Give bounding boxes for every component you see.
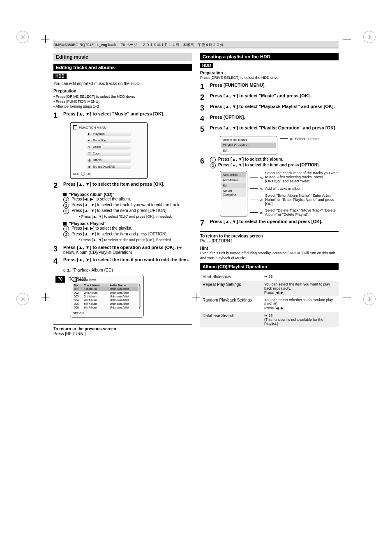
banner-file: DMRXS350EG-RQT9439-L_eng.book <box>53 43 116 47</box>
right-step-6: 6 1Press [▲, ▼] to select the album. 2Pr… <box>200 157 339 168</box>
scrollbar: ▲▼ <box>138 283 141 309</box>
menu-item-others: ➕Others <box>86 157 131 163</box>
banner-page: 70 ページ <box>121 43 138 47</box>
page-footer: 70 RQT9439 <box>55 276 86 283</box>
option-row-slideshow: Start Slideshow➔ 69 <box>200 273 339 281</box>
option-menu-screenshot-2: Add Track Add Album Edit Album Operation… <box>210 171 339 216</box>
option-row-repeat: Repeat Play SettingsYou can select the i… <box>200 281 339 296</box>
print-reg-bc <box>192 293 200 301</box>
print-rosette-br: ✳ <box>363 293 376 305</box>
playback-album-block: "Playback Album (CD)" 1Press [◀, ▶] to s… <box>63 192 192 219</box>
playback-playlist-block: "Playback Playlist" 1Press [◀, ▶] to sel… <box>63 221 192 242</box>
menu-item-copy: ❐Copy <box>86 151 131 156</box>
return-section-left: To return to the previous screen Press [… <box>53 324 192 336</box>
manual-code: RQT9439 <box>68 277 86 281</box>
file-banner: DMRXS350EG-RQT9439-L_eng.book 70 ページ ２０１… <box>53 41 339 49</box>
chapter-title: Editing music <box>53 53 192 61</box>
print-rosette-bl: ✳ <box>16 293 29 305</box>
page-number: 70 <box>55 276 65 283</box>
copy-icon: ❐ <box>88 152 91 155</box>
table-row: 0055th AlbumUnknown Artist <box>73 302 138 306</box>
section-title-left: Editing tracks and albums <box>53 64 192 71</box>
square-bullet-icon <box>63 222 67 226</box>
left-column: Editing music Editing tracks and albums … <box>53 53 192 336</box>
hint-block: Hint Even if this unit is turned off dur… <box>200 246 339 260</box>
print-reg-br <box>343 293 351 301</box>
table-row: 0033rd AlbumUnknown Artist <box>73 295 138 298</box>
left-step-4: 4 Press [▲, ▼] to select the item if you… <box>53 257 192 265</box>
right-step-3: 3Press [▲, ▼] to select "Playback Playli… <box>200 104 339 112</box>
hdd-badge-right: HDD <box>200 63 213 68</box>
prep-item-2: After performing steps 1–2 <box>55 104 99 108</box>
circled-1-icon: 1 <box>63 197 69 203</box>
right-column: Creating a playlist on the HDD HDD Prepa… <box>200 53 339 336</box>
print-reg-tl <box>41 35 49 43</box>
circled-3-icon: 3 <box>63 208 69 214</box>
option-label: OPTION <box>73 312 84 315</box>
left-step-3: 3 Press [▲, ▼] to select the operation a… <box>53 245 192 255</box>
eg-label: e.g., "Playback Album (CD)" <box>63 268 192 272</box>
print-rosette-tr: ✳ <box>363 31 376 43</box>
option-row-random: Random Playback SettingsYou can select w… <box>200 296 339 312</box>
print-rosette-tl: ✳ <box>16 31 29 43</box>
circled-1-icon: 1 <box>210 157 216 163</box>
intro-left: You can edit imported music tracks on th… <box>53 81 192 86</box>
section-title-right: Creating a playlist on the HDD <box>200 53 339 60</box>
right-step-4: 4Press [OPTION]. <box>200 115 339 123</box>
table-row: 0011st AlbumUnknown Artist <box>73 287 138 291</box>
square-bullet-icon <box>63 193 67 196</box>
footer-ok: OK <box>87 173 91 175</box>
menu-item-recording: ●Recording <box>86 138 131 143</box>
right-step-5: 5Press [▲, ▼] to select "Playlist Operat… <box>200 125 339 134</box>
right-step-1: 1Press [FUNCTION MENU]. <box>200 83 339 91</box>
screen1-title: FUNCTION MENU <box>79 126 106 129</box>
menu-item-delete: ✎Delete <box>86 144 131 150</box>
circled-2-icon: 2 <box>63 203 69 208</box>
prep-item-0: Press [DRIVE SELECT] to select the HDD d… <box>56 94 135 99</box>
banner-date: ２０１０年１月１４日 木曜日 午後４時２０分 <box>142 43 224 47</box>
preparation-left: Preparation • Press [DRIVE SELECT] to se… <box>53 88 192 109</box>
right-step-7: 7Press [▲, ▼] to select the operation an… <box>200 219 339 227</box>
menu-item-playback: ▶Playback <box>86 131 131 136</box>
table-row: 0044th AlbumUnknown Artist <box>73 298 138 302</box>
right-step-2: 2Press [▲, ▼] to select "Music" and pres… <box>200 93 339 101</box>
preparation-heading: Preparation <box>53 89 76 93</box>
play-icon: ▶ <box>88 132 91 136</box>
menu-title-icon <box>73 125 77 129</box>
rec-icon: ● <box>88 139 91 142</box>
prep-item-1: Press [FUNCTION MENU]. <box>56 99 101 104</box>
circled-1-icon: 1 <box>63 226 69 232</box>
album-playlist-operation-table: Album (CD)/Playlist Operation Start Slid… <box>200 263 339 327</box>
disc-icon: ◉ <box>88 165 91 168</box>
left-step-1: 1 Press [▲, ▼] to select "Music" and pre… <box>53 111 192 120</box>
step-number: 1 <box>53 111 60 120</box>
delete-icon: ✎ <box>88 145 91 149</box>
table-row: 0022nd AlbumUnknown Artist <box>73 291 138 295</box>
option-row-db-search: Database Search➔ 68(This function is not… <box>200 312 339 327</box>
print-reg-tr <box>343 35 351 43</box>
print-reg-bl <box>41 293 49 301</box>
rec-circle-icon <box>81 172 85 176</box>
table-row: 0066th AlbumUnknown Artist <box>73 306 138 309</box>
option-menu-screenshot-1: Delete All Tracks Playlist Operation Edi… <box>210 136 339 154</box>
circled-2-icon: 2 <box>63 232 69 237</box>
function-menu-screenshot: FUNCTION MENU ▶Playback ●Recording ✎Dele… <box>70 122 148 179</box>
menu-item-bd-dvd: ◉Blu-ray Disc/DVD <box>86 164 131 169</box>
preparation-right: PreparationPress [DRIVE SELECT] to selec… <box>200 71 339 80</box>
others-icon: ➕ <box>88 159 91 162</box>
album-table: NoTrack NameArtist Name 0011st AlbumUnkn… <box>73 283 138 309</box>
hdd-badge-left: HDD <box>53 74 67 79</box>
footer-rec-label: REC <box>73 173 79 175</box>
return-section-right: To return to the previous screen Press [… <box>200 231 339 243</box>
left-step-2: 2 Press [▲, ▼] to select the item and pr… <box>53 182 192 190</box>
circled-2-icon: 2 <box>210 163 216 168</box>
